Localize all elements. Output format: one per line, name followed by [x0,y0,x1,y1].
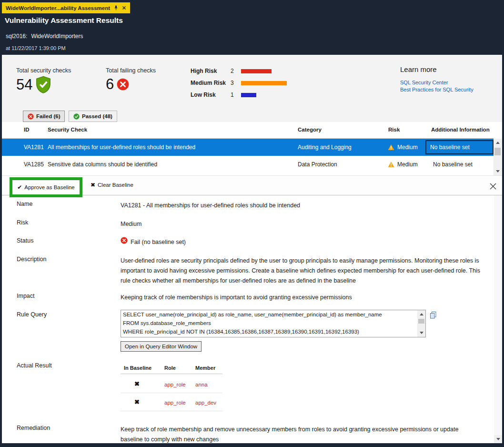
column-header-additional-info[interactable]: Additional Information [431,127,490,132]
tab-passed-label: Passed (48) [82,113,112,119]
fail-circle-icon [121,237,128,244]
link-sql-security-center[interactable]: SQL Security Center [400,80,448,85]
copy-query-icon[interactable] [429,311,437,319]
rule-query-label: Rule Query [17,311,47,318]
server-database-line: sql2016: WideWorldImporters [6,33,83,40]
failing-checks-number: 6 [106,76,114,93]
failing-checks-value: 6 [106,76,129,93]
x-icon: ✖ [91,182,95,188]
remediation-label: Remediation [17,425,50,431]
pin-icon[interactable] [113,5,119,10]
ssms-window: WideWorldImporter...ability Assessment V… [0,0,504,447]
cell-category: Auditing and Logging [298,144,352,151]
check-details-panel: Name VA1281 - All memberships for user-d… [2,195,502,443]
risk-bar-medium [241,81,287,85]
pass-circle-icon [73,113,80,120]
scroll-up-icon [496,142,500,144]
risk-label-medium: Medium Risk [191,80,226,86]
result-column-member: Member [195,365,215,371]
rule-query-line: SELECT user_name(role_principal_id) as r… [121,310,425,319]
cell-category: Data Protection [298,161,337,168]
tab-failed-label: Failed (6) [36,113,60,119]
result-column-role: Role [164,365,176,371]
risk-label-low: Low Risk [191,91,216,98]
status-value: Fail (no baseline set) [131,237,186,247]
risk-row-low: Low Risk 1 [191,91,324,99]
result-member: app_dev [195,400,216,406]
tab-close-icon[interactable] [122,6,126,10]
approve-baseline-annotation: ✔ Approve as Baseline [10,177,82,197]
description-label: Description [17,256,47,263]
risk-bar-high [241,69,272,73]
result-header-divider [121,374,222,374]
link-best-practices[interactable]: Best Practices for SQL Security [400,87,474,92]
risk-bar-low [241,93,256,97]
rule-query-scrollbar[interactable] [417,310,425,337]
not-in-baseline-mark: ✖ [134,398,140,406]
cell-additional-info: No baseline set [433,161,473,168]
total-checks-label: Total security checks [16,67,71,74]
content-area: Total security checks 54 Total failing c… [2,55,502,443]
cell-risk: Medium [397,144,418,151]
result-column-in-baseline: In Baseline [124,365,151,371]
name-label: Name [17,201,32,207]
close-details-button[interactable] [487,180,499,193]
risk-value: Medium [121,219,141,229]
scroll-down-button[interactable] [494,435,502,443]
clear-baseline-label: Clear Baseline [98,182,133,188]
result-member: anna [195,382,208,387]
risk-count-low: 1 [231,91,234,98]
not-in-baseline-mark: ✖ [134,380,140,387]
risk-count-high: 2 [231,68,234,74]
page-title: Vulnerability Assessment Results [5,16,123,25]
warning-triangle-icon [388,162,394,168]
risk-row-medium: Medium Risk 3 [191,80,324,87]
scroll-down-icon [496,170,500,173]
grid-scrollbar[interactable] [494,139,502,175]
scroll-up-button[interactable] [494,139,502,147]
status-label: Status [17,237,33,244]
rule-query-box[interactable]: SELECT user_name(role_principal_id) as r… [121,310,426,337]
scroll-up-button[interactable] [417,310,425,318]
table-row-va1281[interactable]: VA1281 All memberships for user-defined … [2,139,494,156]
risk-label-high: High Risk [191,68,217,74]
table-row-va1285[interactable]: VA1285 Sensitive data columns should be … [2,156,494,173]
fail-circle-icon [28,113,34,120]
risk-row-high: High Risk 2 [191,68,324,75]
clear-baseline-button[interactable]: ✖ Clear Baseline [91,182,133,188]
column-header-security-check[interactable]: Security Check [48,127,87,132]
cell-id: VA1281 [24,144,44,151]
column-header-category[interactable]: Category [298,127,322,132]
rule-query-line: WHERE role_principal_id NOT IN (16384,16… [121,327,425,336]
grid-scrollbar-thumb[interactable] [494,148,501,155]
rule-query-scrollbar-thumb[interactable] [418,319,424,324]
details-scrollbar[interactable] [494,195,502,443]
fail-circle-icon [117,78,129,91]
result-role: app_role [164,400,186,406]
approve-baseline-label: Approve as Baseline [24,184,74,190]
remediation-value: Keep track of role membership and remove… [121,425,481,445]
scan-timestamp: at 11/22/2017 1:39:00 PM [6,45,66,51]
approve-baseline-button[interactable]: ✔ Approve as Baseline [17,184,75,191]
scroll-down-button[interactable] [417,329,425,337]
scroll-down-button[interactable] [494,167,502,175]
warning-triangle-icon [388,144,394,151]
column-header-id[interactable]: ID [24,127,30,132]
column-header-risk[interactable]: Risk [388,127,400,132]
learn-more-title: Learn more [400,65,437,73]
description-value: User-defined roles are security principa… [121,256,481,286]
result-row-divider [121,393,222,393]
cell-risk: Medium [397,161,418,168]
scroll-up-icon [420,313,423,315]
tab-failed[interactable]: Failed (6) [23,111,65,122]
cell-additional-info-focused[interactable]: No baseline set [425,140,494,154]
total-checks-number: 54 [16,76,32,93]
shield-check-icon [35,76,51,93]
tab-passed[interactable]: Passed (48) [69,111,117,122]
cell-id: VA1285 [24,161,44,168]
rule-query-line: FROM sys.database_role_members [121,319,425,327]
document-tab[interactable]: WideWorldImporter...ability Assessment [2,2,130,13]
result-row-divider [121,411,222,411]
cell-security-check: Sensitive data columns should be identif… [48,161,157,168]
open-query-editor-button[interactable]: Open in Query Editor Window [121,341,202,352]
